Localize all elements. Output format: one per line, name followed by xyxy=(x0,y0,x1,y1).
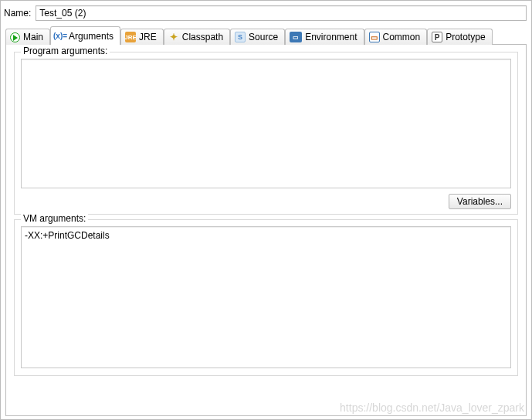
program-arguments-group: Program arguments: Variables... xyxy=(14,52,518,215)
tab-label: Source xyxy=(249,32,278,42)
tab-jre[interactable]: JRE JRE xyxy=(120,29,164,45)
common-icon: ▭ xyxy=(369,32,380,42)
tab-content: Program arguments: Variables... VM argum… xyxy=(5,44,527,416)
variables-button[interactable]: Variables... xyxy=(449,194,511,209)
environment-icon: ▭ xyxy=(290,32,302,42)
name-input[interactable] xyxy=(36,5,527,21)
tab-label: Main xyxy=(23,32,43,42)
tab-label: Prototype xyxy=(446,32,485,42)
tab-label: JRE xyxy=(139,32,157,42)
name-label: Name: xyxy=(4,8,32,19)
jre-icon: JRE xyxy=(125,32,136,42)
classpath-icon: ✦ xyxy=(168,32,179,42)
tab-source[interactable]: S Source xyxy=(230,29,285,45)
tab-classpath[interactable]: ✦ Classpath xyxy=(164,29,230,45)
vm-arguments-group: VM arguments: xyxy=(14,219,518,376)
run-icon xyxy=(10,32,20,42)
tab-common[interactable]: ▭ Common xyxy=(364,29,428,45)
tab-label: Arguments xyxy=(69,31,114,42)
vm-arguments-textarea[interactable] xyxy=(21,226,511,368)
program-arguments-title: Program arguments: xyxy=(21,46,110,56)
tab-environment[interactable]: ▭ Environment xyxy=(285,29,364,45)
prototype-icon: P xyxy=(432,32,442,42)
program-arguments-textarea[interactable] xyxy=(21,59,511,188)
source-icon: S xyxy=(235,32,246,42)
vm-arguments-title: VM arguments: xyxy=(21,213,88,224)
tab-label: Environment xyxy=(305,32,357,42)
tab-prototype[interactable]: P Prototype xyxy=(427,29,492,45)
args-icon: (x)= xyxy=(55,31,66,42)
tab-arguments[interactable]: (x)= Arguments xyxy=(50,26,120,45)
tab-label: Common xyxy=(383,32,421,42)
tab-label: Classpath xyxy=(182,32,223,42)
tab-main[interactable]: Main xyxy=(5,29,50,45)
tab-bar: Main (x)= Arguments JRE JRE ✦ Classpath … xyxy=(5,26,527,45)
